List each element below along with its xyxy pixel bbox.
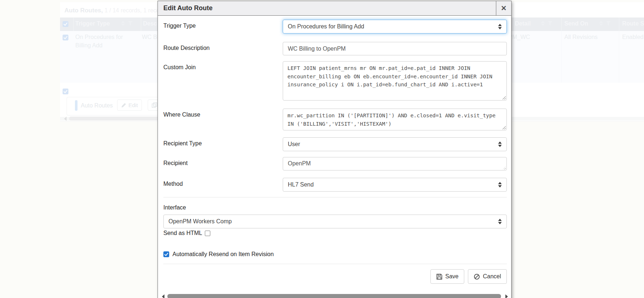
interface-value: OpenPM Workers Comp	[168, 218, 232, 225]
send-on-header-icons	[599, 21, 611, 26]
tab-auto-routes[interactable]: Auto Routes	[81, 102, 113, 109]
edit-button-label: Edit	[128, 102, 138, 108]
column-divider	[561, 17, 562, 31]
column-divider	[73, 17, 73, 31]
column-header-route-status[interactable]: Route Status	[622, 20, 644, 27]
custom-join-label: Custom Join	[163, 61, 283, 71]
form-row-where-clause: Where Clause mr.wc_partition IN ('[PARTI…	[163, 109, 507, 130]
trigger-type-value: On Procedures for Billing Add	[288, 23, 364, 30]
select-arrows-icon	[498, 182, 502, 188]
filter-icon[interactable]	[128, 21, 133, 26]
dialog-hscrollbar[interactable]	[158, 293, 511, 298]
close-icon: ✕	[501, 4, 507, 12]
trigger-type-select[interactable]: On Procedures for Billing Add	[283, 20, 507, 34]
interface-label: Interface	[163, 204, 507, 211]
send-as-html-label: Send as HTML	[163, 230, 202, 236]
cancel-slash-circle-icon	[474, 274, 480, 280]
recipient-type-label: Recipient Type	[163, 137, 283, 147]
form-row-trigger-type: Trigger Type On Procedures for Billing A…	[163, 20, 507, 34]
edit-auto-route-dialog: Edit Auto Route ✕ Trigger Type On Proced…	[158, 1, 512, 298]
trigger-type-label: Trigger Type	[163, 20, 283, 29]
auto-resend-label: Automatically Resend on Item Revision	[172, 251, 274, 258]
form-row-custom-join: Custom Join LEFT JOIN patient_mrns mr ON…	[163, 61, 507, 101]
sort-icon[interactable]	[121, 21, 125, 26]
save-button[interactable]: Save	[430, 269, 464, 284]
route-description-input[interactable]	[283, 42, 507, 55]
dialog-body: Trigger Type On Procedures for Billing A…	[158, 16, 511, 284]
method-value: HL7 Send	[288, 181, 314, 188]
send-as-html-checkbox[interactable]	[205, 231, 210, 236]
method-select[interactable]: HL7 Send	[283, 178, 507, 192]
active-tab-accent	[75, 100, 77, 111]
row-checkbox[interactable]	[63, 35, 68, 40]
column-divider	[619, 17, 619, 31]
dialog-title: Edit Auto Route	[158, 1, 496, 15]
sort-icon[interactable]	[599, 21, 603, 26]
trigger-type-header-icons	[121, 21, 133, 26]
column-header-send-on[interactable]: Send On	[564, 20, 588, 27]
cell-route-status: Enabled	[622, 33, 644, 41]
cell-trigger-type: On Procedures for Billing Add	[75, 33, 135, 50]
select-arrows-icon	[498, 142, 502, 147]
recipient-label: Recipient	[163, 157, 283, 166]
auto-resend-checkbox[interactable]	[163, 251, 169, 257]
select-all-checkbox[interactable]	[63, 21, 68, 27]
column-header-detail[interactable]: Detail	[515, 20, 531, 27]
save-button-label: Save	[445, 273, 458, 280]
filter-icon[interactable]	[606, 21, 611, 26]
dialog-footer: Save Cancel	[163, 269, 507, 284]
select-arrows-icon	[498, 24, 502, 30]
interface-select[interactable]: OpenPM Workers Comp	[163, 215, 507, 228]
cancel-button-label: Cancel	[483, 273, 501, 280]
recipient-type-value: User	[288, 141, 300, 148]
form-row-recipient-type: Recipient Type User	[163, 137, 507, 151]
detail-header-icons	[541, 21, 553, 26]
edit-button-background[interactable]: Edit	[117, 99, 142, 111]
form-row-route-description: Route Description	[163, 42, 507, 55]
dialog-hscrollbar-thumb[interactable]	[167, 294, 501, 298]
recipient-textarea[interactable]: OpenPM	[283, 157, 507, 170]
column-header-trigger-type[interactable]: Trigger Type	[75, 20, 110, 27]
section-divider	[163, 197, 507, 197]
custom-join-textarea[interactable]: LEFT JOIN patient_mrns mr ON mr.pat_id=e…	[283, 61, 507, 101]
filter-icon[interactable]	[548, 21, 553, 26]
panel-title: Auto Routes,	[64, 7, 103, 14]
scroll-right-arrow[interactable]	[505, 294, 508, 298]
save-floppy-icon	[436, 274, 442, 280]
column-divider	[561, 31, 562, 83]
row2-checkbox[interactable]	[63, 89, 68, 94]
column-divider	[141, 17, 141, 31]
column-divider	[619, 31, 619, 83]
route-description-label: Route Description	[163, 42, 283, 51]
send-as-html-row: Send as HTML	[163, 230, 507, 236]
footer-divider	[163, 264, 507, 264]
close-button[interactable]: ✕	[496, 1, 511, 15]
method-label: Method	[163, 178, 283, 187]
sort-icon[interactable]	[541, 21, 545, 26]
where-clause-label: Where Clause	[163, 109, 283, 118]
cancel-button[interactable]: Cancel	[468, 269, 507, 284]
auto-resend-row: Automatically Resend on Item Revision	[163, 251, 507, 258]
where-clause-textarea[interactable]: mr.wc_partition IN ('[PARTITION]') AND e…	[283, 109, 507, 130]
select-arrows-icon	[498, 219, 502, 224]
panel-scroll-left-arrow[interactable]	[64, 117, 67, 121]
cell-send-on: All Revisions	[564, 33, 598, 41]
form-row-method: Method HL7 Send	[163, 178, 507, 192]
pencil-icon	[121, 103, 126, 108]
copy-icon	[152, 102, 157, 108]
recipient-type-select[interactable]: User	[283, 137, 507, 151]
dialog-header: Edit Auto Route ✕	[158, 1, 511, 16]
scroll-left-arrow[interactable]	[162, 294, 164, 298]
form-row-recipient: Recipient OpenPM	[163, 157, 507, 170]
